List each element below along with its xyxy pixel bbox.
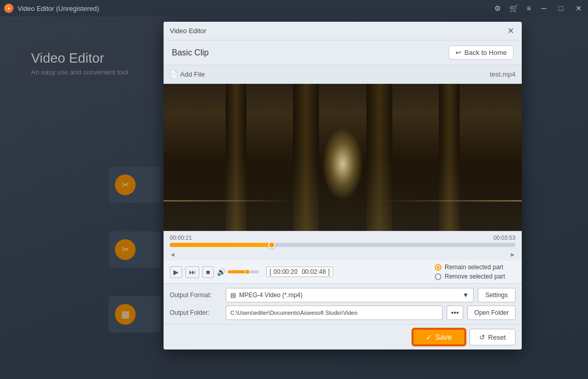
output-section: Output Format: ▤ MPEG-4 Video (*.mp4) ▼ … (164, 283, 522, 324)
file-name: test.mp4 (490, 70, 516, 78)
right-trim-marker[interactable]: ▸ (511, 250, 514, 258)
format-label: Output Format: (170, 291, 222, 299)
folder-label: Output Folder: (170, 309, 222, 316)
step-forward-button[interactable]: ⏭ (185, 266, 199, 278)
remain-option[interactable]: Remain selected part (435, 264, 516, 271)
time-display: [ 00:00:20 00:02:48 ] (266, 267, 333, 277)
action-buttons: ✓ Save ↺ Reset (164, 324, 522, 349)
floor-reflection (164, 157, 522, 231)
titlebar-title: Video Editor (Unregistered) (18, 5, 99, 12)
titlebar-controls: ⚙ 🛒 ≡ ─ □ ✕ (494, 3, 584, 13)
timeline-thumb[interactable] (268, 241, 275, 249)
controls-main: ▶ ⏭ ■ 🔊 [ 00:00:20 (164, 260, 522, 283)
maximize-button[interactable]: □ (557, 3, 565, 13)
back-to-home-label: Back to Home (464, 49, 507, 56)
titlebar: ✦ Video Editor (Unregistered) ⚙ 🛒 ≡ ─ □ … (0, 0, 588, 17)
railing-right (378, 200, 522, 201)
volume-thumb (245, 269, 250, 274)
add-file-icon: 📄 (170, 70, 178, 78)
timeline-progress (170, 243, 273, 247)
video-frame (164, 84, 522, 231)
timeline-arrows: ◂ ▸ (170, 250, 516, 258)
modal-content: Basic Clip ↩ Back to Home 📄 Add File tes… (164, 40, 522, 349)
timeline-track[interactable] (170, 243, 516, 247)
minimize-button[interactable]: ─ (539, 3, 549, 13)
remove-label: Remove selected part (445, 273, 505, 280)
save-label: Save (435, 333, 452, 341)
add-file-button[interactable]: 📄 Add File (170, 70, 205, 78)
cart-icon[interactable]: 🛒 (509, 4, 518, 12)
reset-button[interactable]: ↺ Reset (469, 329, 516, 345)
hallway-background (164, 84, 522, 231)
stop-icon: ■ (206, 268, 210, 276)
play-button[interactable]: ▶ (170, 266, 182, 278)
settings-button[interactable]: Settings (478, 288, 516, 302)
save-check-icon: ✓ (426, 333, 432, 341)
folder-dots-button[interactable]: ••• (447, 305, 464, 320)
volume-icon: 🔊 (217, 268, 226, 276)
back-to-home-button[interactable]: ↩ Back to Home (449, 46, 513, 60)
remove-radio[interactable] (435, 273, 442, 280)
settings-icon[interactable]: ⚙ (494, 4, 501, 12)
titlebar-left: ✦ Video Editor (Unregistered) (4, 4, 99, 13)
folder-row: Output Folder: C:\Users\editer\Documents… (170, 305, 516, 320)
volume-slider[interactable] (228, 270, 259, 273)
controls-left: ▶ ⏭ ■ 🔊 [ 00:00:20 (164, 263, 429, 281)
dropdown-arrow-icon: ▼ (463, 291, 469, 299)
modal-header: Basic Clip ↩ Back to Home (164, 40, 522, 65)
remain-radio[interactable] (435, 264, 442, 271)
modal-titlebar: Video Editor ✕ (164, 22, 522, 40)
timeline-start-time: 00:00:21 (170, 235, 192, 241)
video-preview (164, 84, 522, 231)
menu-icon[interactable]: ≡ (526, 4, 531, 12)
remain-label: Remain selected part (445, 264, 503, 271)
remove-option[interactable]: Remove selected part (435, 273, 516, 280)
video-editor-modal: Video Editor ✕ Basic Clip ↩ Back to Home… (164, 22, 522, 349)
save-button[interactable]: ✓ Save (413, 329, 465, 345)
time-bracket-close: ] (328, 268, 330, 275)
section-title: Basic Clip (172, 48, 209, 57)
format-value: MPEG-4 Video (*.mp4) (239, 291, 463, 299)
open-folder-button[interactable]: Open Folder (467, 305, 516, 320)
time-start-display: 00:00:20 (273, 268, 298, 275)
clip-options: Remain selected part Remove selected par… (429, 260, 522, 283)
modal-close-button[interactable]: ✕ (505, 26, 516, 36)
format-select[interactable]: ▤ MPEG-4 Video (*.mp4) ▼ (226, 288, 474, 302)
timeline-end-time: 00:03:53 (493, 235, 516, 241)
back-arrow-icon: ↩ (455, 49, 461, 56)
format-icon: ▤ (230, 291, 236, 299)
reset-label: Reset (488, 333, 506, 341)
play-icon: ▶ (173, 268, 179, 276)
settings-label: Settings (486, 291, 508, 299)
folder-path-display: C:\Users\editer\Documents\Aiseesoft Stud… (226, 305, 443, 320)
timeline-times: 00:00:21 00:03:53 (170, 235, 516, 241)
add-file-label: Add File (180, 70, 205, 78)
modal-title: Video Editor (170, 27, 207, 35)
folder-path-text: C:\Users\editer\Documents\Aiseesoft Stud… (230, 310, 358, 316)
volume-control: 🔊 (217, 268, 259, 276)
format-row: Output Format: ▤ MPEG-4 Video (*.mp4) ▼ … (170, 288, 516, 302)
app-icon: ✦ (4, 4, 13, 13)
left-trim-marker[interactable]: ◂ (171, 250, 174, 258)
step-forward-icon: ⏭ (189, 268, 196, 276)
reset-icon: ↺ (479, 333, 485, 341)
dots-icon: ••• (451, 309, 459, 317)
stop-button[interactable]: ■ (202, 266, 214, 278)
time-bracket-open: [ (270, 268, 271, 275)
open-folder-label: Open Folder (474, 309, 509, 316)
timeline-bar: 00:00:21 00:03:53 ◂ ▸ (164, 231, 522, 260)
file-bar: 📄 Add File test.mp4 (164, 65, 522, 84)
close-button[interactable]: ✕ (574, 3, 584, 13)
time-end-display: 00:02:48 (302, 268, 326, 275)
